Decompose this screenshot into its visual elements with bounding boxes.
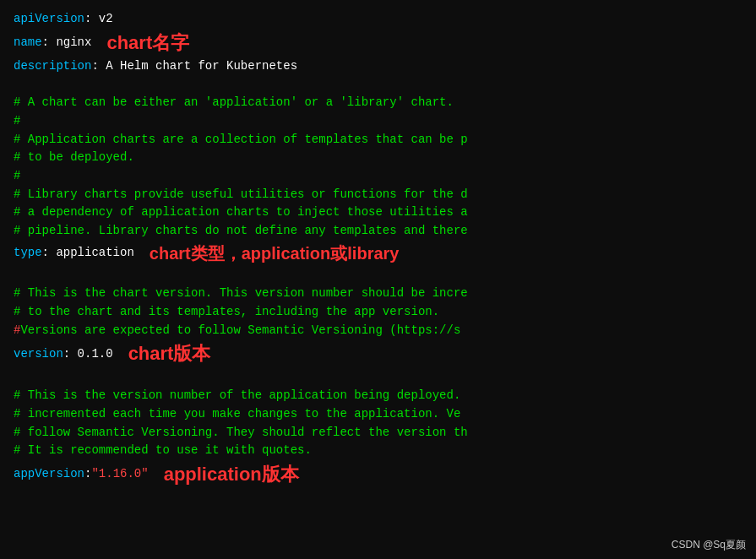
- key-version: version: [14, 345, 63, 364]
- annotation-chart-version: chart版本: [128, 339, 211, 368]
- comment-appversion-3: # follow Semantic Versioning. They shoul…: [14, 424, 742, 442]
- annotation-app-version: application版本: [164, 460, 299, 489]
- comment-line-2: #: [14, 112, 742, 131]
- empty-line-1: [14, 75, 742, 94]
- comment-version-2: # to the chart and its templates, includ…: [14, 303, 742, 322]
- comment-line-4: # to be deployed.: [14, 149, 742, 167]
- value-appversion: "1.16.0": [91, 465, 148, 484]
- comment-line-3: # Application charts are a collection of…: [14, 131, 742, 149]
- line-description: description: A Helm chart for Kubernetes: [14, 57, 742, 76]
- watermark: CSDN @Sq夏颜: [672, 538, 746, 552]
- comment-line-8: # pipeline. Library charts do not define…: [14, 222, 742, 241]
- comment-appversion-2: # incremented each time you make changes…: [14, 405, 742, 424]
- annotation-chart-name: chart名字: [106, 29, 189, 57]
- key-name: name: [14, 34, 42, 52]
- key-description: description: [14, 57, 91, 76]
- empty-line-2: [14, 267, 742, 285]
- comment-version-1: # This is the chart version. This versio…: [14, 285, 742, 303]
- key-apiversion: apiVersion: [14, 10, 84, 29]
- comment-appversion-1: # This is the version number of the appl…: [14, 387, 742, 405]
- line-type: type: application chart类型，application或li…: [14, 241, 742, 267]
- comment-line-6: # Library charts provide useful utilitie…: [14, 186, 742, 204]
- comment-line-5: #: [14, 167, 742, 186]
- comment-version-3: # Versions are expected to follow Semant…: [14, 322, 742, 340]
- comment-line-1: # A chart can be either an 'application'…: [14, 94, 742, 112]
- comment-appversion-4: # It is recommended to use it with quote…: [14, 442, 742, 460]
- key-appversion: appVersion: [14, 465, 84, 484]
- annotation-chart-type: chart类型，application或library: [150, 241, 400, 267]
- line-apiversion: apiVersion: v2: [14, 10, 742, 29]
- comment-line-7: # a dependency of application charts to …: [14, 204, 742, 222]
- line-version: version: 0.1.0 chart版本: [14, 339, 742, 368]
- line-name: name: nginx chart名字: [14, 29, 742, 57]
- key-type: type: [14, 244, 42, 263]
- code-container: apiVersion: v2 name: nginx chart名字 descr…: [0, 0, 756, 559]
- empty-line-3: [14, 369, 742, 388]
- line-appversion: appVersion: "1.16.0" application版本: [14, 460, 742, 489]
